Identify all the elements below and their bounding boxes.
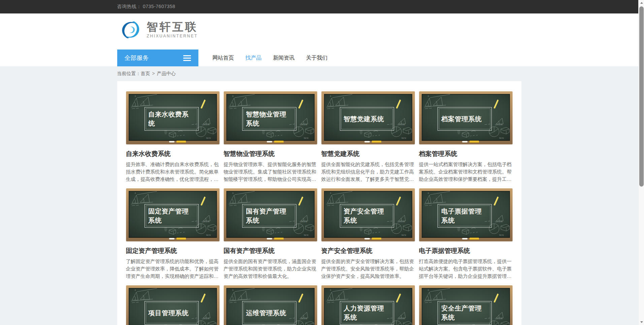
product-image[interactable]: ≈2+4÷3+45 502 52 Δ 自来水收费系统	[126, 91, 220, 144]
product-card[interactable]: ≈2+4÷3+45 502 52 Δ 电子票据管理系统 电子票据管理系统 打造高…	[419, 188, 513, 280]
product-card[interactable]: ≈2+4÷3+45 502 52 Δ 国有资产管理系统 国有资产管理系统 提供全…	[224, 188, 317, 280]
product-image[interactable]: ≈2+4÷3+45 502 52 Δ 国有资产管理系统	[224, 188, 317, 241]
board-title: 档案管理系统	[438, 115, 485, 124]
board-title: 资产安全管理系统	[340, 207, 394, 225]
product-card[interactable]: ≈2+4÷3+45 502 52 Δ 人力资源管理系统	[321, 285, 415, 325]
scrollbar[interactable]	[638, 0, 644, 325]
product-title[interactable]: 智慧物业管理系统	[224, 150, 317, 158]
board-title: 国有资产管理系统	[243, 207, 296, 225]
board-title: 电子票据管理系统	[438, 207, 491, 225]
board-title-box: 档案管理系统	[438, 107, 492, 131]
svg-text:≈2+4÷3+45: ≈2+4÷3+45	[202, 221, 210, 223]
product-title[interactable]: 固定资产管理系统	[126, 247, 220, 255]
board-title-box: 运维管理系统	[242, 301, 296, 325]
nav-item[interactable]: 网站首页	[213, 55, 234, 62]
product-title[interactable]: 国有资产管理系统	[224, 247, 317, 255]
board-title-box: 自来水收费系统	[144, 107, 199, 131]
hamburger-icon	[183, 55, 191, 61]
breadcrumb-current-link[interactable]: 产品中心	[157, 71, 176, 76]
product-card[interactable]: ≈2+4÷3+45 502 52 Δ 资产安全管理系统 资产安全管理系统 提供全…	[321, 188, 415, 280]
svg-text:502 52: 502 52	[401, 234, 406, 236]
svg-text:Δ: Δ	[232, 192, 233, 194]
product-image[interactable]: ≈2+4÷3+45 502 52 Δ 人力资源管理系统	[321, 285, 415, 325]
board-title: 运维管理系统	[243, 308, 290, 318]
breadcrumb-prefix: 当前位置：	[117, 71, 141, 76]
product-title[interactable]: 智慧党建系统	[321, 150, 415, 158]
nav-item[interactable]: 新闻资讯	[273, 55, 295, 62]
product-description: 提供一站式档案管理解决方案，包括电子档案系统、企业档案管理和文档管理系统。帮助企…	[419, 161, 513, 183]
product-image[interactable]: ≈2+4÷3+45 502 52 Δ 资产安全管理系统	[321, 188, 415, 241]
svg-text:≈2+4÷3+45: ≈2+4÷3+45	[397, 221, 405, 223]
scrollbar-thumb[interactable]	[639, 6, 644, 187]
product-image[interactable]: ≈2+4÷3+45 502 52 Δ 运维管理系统	[224, 285, 317, 325]
product-card[interactable]: ≈2+4÷3+45 502 52 Δ 固定资产管理系统 固定资产管理系统 了解固…	[126, 188, 220, 280]
svg-text:502 52: 502 52	[304, 137, 309, 139]
svg-text:502 52: 502 52	[206, 137, 211, 139]
main-nav: 网站首页找产品新闻资讯关于我们	[213, 50, 328, 66]
product-card[interactable]: ≈2+4÷3+45 502 52 Δ 档案管理系统 档案管理系统 提供一站式档案…	[419, 91, 513, 183]
svg-text:≈2+4÷3+45: ≈2+4÷3+45	[299, 124, 307, 126]
product-image[interactable]: ≈2+4÷3+45 502 52 Δ 电子票据管理系统	[419, 188, 513, 241]
svg-text:≈2+4÷3+45: ≈2+4÷3+45	[495, 124, 503, 126]
board-title-box: 智慧物业管理系统	[242, 107, 296, 131]
svg-text:Δ: Δ	[135, 192, 136, 194]
board-title-box: 固定资产管理系统	[144, 204, 199, 228]
hotline-label: 咨询热线：	[117, 4, 142, 9]
product-card[interactable]: ≈2+4÷3+45 502 52 Δ 智慧党建系统 智慧党建系统 提供全面智能化…	[321, 91, 415, 183]
site-header: 智轩互联 ZHIXUANINTERNET 全部服务 网站首页找产品新闻资讯关于我…	[0, 13, 638, 66]
board-title-box: 项目管理系统	[144, 301, 199, 325]
product-card[interactable]: ≈2+4÷3+45 502 52 Δ 安全生产管理系统	[419, 285, 513, 325]
nav-item[interactable]: 找产品	[246, 55, 262, 62]
svg-text:Δ: Δ	[428, 289, 429, 291]
product-image[interactable]: ≈2+4÷3+45 502 52 Δ 智慧党建系统	[321, 91, 415, 144]
board-title: 智慧物业管理系统	[243, 110, 296, 128]
svg-text:Δ: Δ	[330, 289, 331, 291]
product-description: 了解固定资产管理系统的功能和优势，提高企业资产管理效率，降低成本。了解如何管理资…	[126, 258, 220, 280]
svg-text:Δ: Δ	[232, 289, 233, 291]
board-title: 智慧党建系统	[340, 115, 387, 124]
svg-text:≈2+4÷3+45: ≈2+4÷3+45	[202, 124, 210, 126]
product-image[interactable]: ≈2+4÷3+45 502 52 Δ 智慧物业管理系统	[224, 91, 317, 144]
scrollbar-down-arrow-icon[interactable]	[639, 319, 644, 325]
product-title[interactable]: 档案管理系统	[419, 150, 513, 158]
all-services-button[interactable]: 全部服务	[117, 50, 198, 66]
board-title: 安全生产管理系统	[438, 304, 491, 322]
svg-text:Δ: Δ	[232, 95, 233, 97]
breadcrumb-home-link[interactable]: 首页	[141, 71, 150, 76]
logo-subtitle: ZHIXUANINTERNET	[147, 34, 198, 38]
product-title[interactable]: 电子票据管理系统	[419, 247, 513, 255]
product-card[interactable]: ≈2+4÷3+45 502 52 Δ 智慧物业管理系统 智慧物业管理系统 提升物…	[224, 91, 317, 183]
svg-text:Δ: Δ	[135, 95, 136, 97]
product-title[interactable]: 自来水收费系统	[126, 150, 220, 158]
svg-text:502 52: 502 52	[499, 234, 504, 236]
product-card[interactable]: ≈2+4÷3+45 502 52 Δ 运维管理系统	[224, 285, 317, 325]
product-description: 提升效率、准确计费的自来水收费系统，包括水费计费系统和水表管理系统。简化账单生成…	[126, 161, 220, 183]
product-image[interactable]: ≈2+4÷3+45 502 52 Δ 项目管理系统	[126, 285, 220, 325]
product-description: 提供全面的资产安全管理解决方案，包括资产管理系统、安全风险管理系统等，帮助企业保…	[321, 258, 415, 280]
logo-title: 智轩互联	[147, 21, 198, 33]
svg-text:502 52: 502 52	[499, 137, 504, 139]
svg-text:≈2+4÷3+45: ≈2+4÷3+45	[299, 318, 307, 320]
logo[interactable]: 智轩互联 ZHIXUANINTERNET	[119, 20, 198, 40]
logo-text: 智轩互联 ZHIXUANINTERNET	[147, 21, 198, 38]
nav-row: 全部服务 网站首页找产品新闻资讯关于我们	[117, 50, 521, 66]
board-title: 自来水收费系统	[145, 110, 198, 128]
breadcrumb: 当前位置：首页>产品中心	[117, 71, 521, 77]
all-services-label: 全部服务	[125, 54, 149, 62]
svg-text:Δ: Δ	[330, 192, 331, 194]
scrollbar-up-arrow-icon[interactable]	[639, 0, 644, 6]
board-title-box: 智慧党建系统	[340, 107, 394, 131]
nav-item[interactable]: 关于我们	[306, 55, 328, 62]
svg-text:≈2+4÷3+45: ≈2+4÷3+45	[495, 221, 503, 223]
product-card[interactable]: ≈2+4÷3+45 502 52 Δ 项目管理系统	[126, 285, 220, 325]
product-card[interactable]: ≈2+4÷3+45 502 52 Δ 自来水收费系统 自来水收费系统 提升效率、…	[126, 91, 220, 183]
svg-text:Δ: Δ	[428, 192, 429, 194]
browser-viewport: 咨询热线：0735-7607358 智轩互联 ZHIXUANINTERNET 全…	[0, 0, 638, 325]
product-image[interactable]: ≈2+4÷3+45 502 52 Δ 固定资产管理系统	[126, 188, 220, 241]
product-title[interactable]: 资产安全管理系统	[321, 247, 415, 255]
svg-text:Δ: Δ	[135, 289, 136, 291]
product-description: 打造高效便捷的电子票据管理系统，提供一站式解决方案。包含电子票据软件、电子票据平…	[419, 258, 513, 280]
product-image[interactable]: ≈2+4÷3+45 502 52 Δ 安全生产管理系统	[419, 285, 513, 325]
board-title-box: 安全生产管理系统	[438, 301, 492, 325]
product-image[interactable]: ≈2+4÷3+45 502 52 Δ 档案管理系统	[419, 91, 513, 144]
